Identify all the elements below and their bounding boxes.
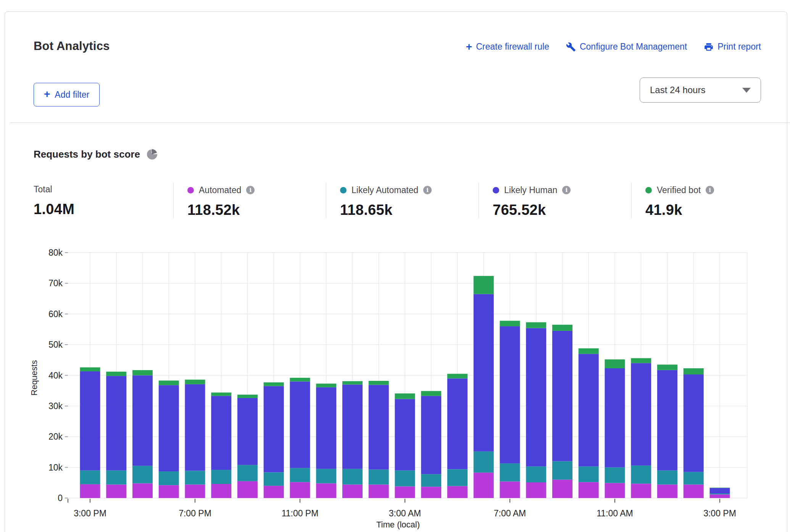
bar-segment-likely-human [132,376,153,466]
bar-segment-automated [395,486,415,498]
bar-segment-automated [526,482,546,498]
bar-segment-verified-bot [264,382,284,386]
bar-segment-likely-human [185,384,205,471]
bar-segment-automated [211,484,231,498]
bar-segment-automated [159,485,179,498]
x-axis-title: Time (local) [376,520,420,529]
bar-segment-automated [605,483,625,498]
bar-segment-likely-human [710,488,730,493]
bar-segment-automated [579,482,599,498]
bar-segment-verified-bot [395,393,415,399]
y-tick-label: 50k [48,340,63,350]
bar-segment-likely-automated [132,466,153,484]
bar-segment-likely-human [211,396,231,470]
bar-segment-verified-bot [474,276,494,294]
bar-segment-likely-automated [237,465,258,481]
bar-segment-likely-human [342,385,363,469]
bar-segment-likely-automated [342,469,363,485]
bar-segment-likely-automated [290,468,310,482]
bar-segment-likely-automated [80,471,100,484]
bar-segment-verified-bot [185,380,205,384]
bar-segment-likely-automated [526,466,546,482]
bar-segment-likely-automated [631,466,651,484]
bar-segment-verified-bot [631,358,651,363]
bar-segment-likely-human [264,386,284,472]
bar-segment-likely-human [500,326,520,463]
bar-segment-automated [369,485,389,498]
bar-segment-likely-automated [316,469,336,484]
bar-segment-automated [421,487,441,498]
bar-segment-likely-automated [710,493,730,494]
bar-segment-verified-bot [552,325,572,331]
bar-segment-automated [684,485,704,498]
y-tick-label: 80k [48,248,63,258]
bar-segment-verified-bot [500,321,520,326]
bar-segment-automated [185,485,205,498]
y-tick-label: 10k [48,463,63,472]
requests-by-bot-score-chart: 010k20k30k40k50k60k70k80k3:00 PM7:00 PM1… [0,0,790,532]
bar-segment-likely-automated [211,470,231,484]
bar-segment-verified-bot [369,381,389,385]
bar-segment-automated [447,486,468,498]
x-tick-label: 3:00 PM [703,508,736,518]
bar-segment-verified-bot [159,380,179,385]
bar-segment-likely-human [552,331,572,461]
bar-segment-likely-automated [474,451,494,472]
bar-segment-likely-automated [605,468,625,483]
bar-segment-likely-human [474,294,494,451]
bar-segment-likely-human [684,374,704,472]
bar-segment-automated [657,485,677,498]
bar-segment-likely-human [657,370,677,471]
bar-segment-likely-human [631,363,651,465]
bar-segment-likely-human [237,398,258,465]
bar-segment-likely-automated [395,471,415,487]
x-tick-label: 3:00 PM [74,508,106,518]
bar-segment-likely-automated [552,461,572,480]
bar-segment-automated [237,481,258,498]
bar-segment-likely-human [579,354,599,466]
bar-segment-verified-bot [211,393,231,396]
bar-segment-verified-bot [605,360,625,368]
bar-segment-verified-bot [579,348,599,354]
bar-segment-verified-bot [290,378,310,382]
bar-segment-likely-human [290,382,310,468]
bar-segment-automated [710,494,730,498]
bar-segment-automated [290,482,310,498]
bar-segment-likely-human [421,396,441,474]
bar-segment-verified-bot [684,368,704,374]
bar-segment-automated [500,482,520,498]
bar-segment-automated [264,486,284,498]
bar-segment-automated [80,484,100,498]
y-tick-label: 60k [48,309,63,319]
bar-segment-verified-bot [237,395,258,398]
bar-segment-likely-automated [447,469,468,486]
bar-segment-likely-automated [657,471,677,485]
bar-segment-automated [106,485,126,498]
x-tick-label: 3:00 AM [389,508,421,518]
y-axis-title: Requests [29,360,39,396]
bar-segment-likely-human [369,385,389,469]
bar-segment-likely-automated [185,471,205,484]
x-tick-label: 11:00 PM [282,508,319,518]
bar-segment-verified-bot [132,370,153,376]
bar-segment-likely-human [316,387,336,469]
bar-segment-verified-bot [526,322,546,328]
bar-segment-likely-automated [579,466,599,482]
bar-segment-automated [631,484,651,498]
x-tick-label: 7:00 AM [494,508,526,518]
bar-segment-automated [552,480,572,498]
y-tick-label: 70k [48,278,63,288]
bar-segment-likely-human [80,371,100,471]
bar-segment-likely-human [605,368,625,468]
y-tick-label: 20k [48,432,63,442]
bar-segment-automated [342,485,363,498]
y-tick-label: 0 [58,493,63,503]
bar-segment-likely-human [526,328,546,466]
bar-segment-likely-automated [264,472,284,485]
bar-segment-verified-bot [106,372,126,376]
x-tick-label: 11:00 AM [597,508,633,518]
bar-segment-likely-automated [369,469,389,484]
bar-segment-verified-bot [316,384,336,387]
y-tick-label: 40k [48,371,63,380]
bar-segment-automated [316,483,336,498]
